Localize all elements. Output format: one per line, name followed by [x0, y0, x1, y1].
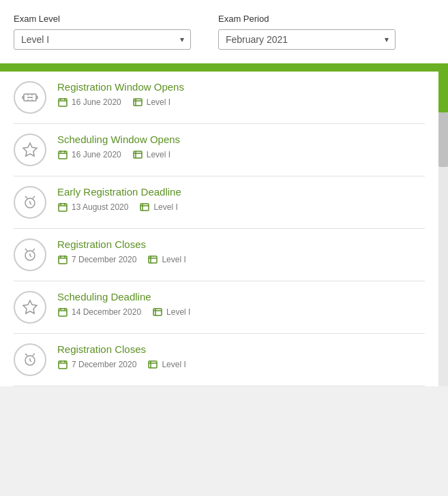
event-details: Registration Window Opens 16 June 2020: [57, 81, 425, 108]
svg-rect-32: [59, 256, 67, 264]
event-date: 14 December 2020: [72, 307, 141, 317]
event-details: Scheduling Window Opens 16 June 2020: [57, 134, 425, 160]
event-date-meta: 7 December 2020: [57, 254, 136, 265]
event-meta: 7 December 2020 Level I: [57, 359, 425, 370]
main-content: Registration Window Opens 16 June 2020: [0, 72, 448, 386]
event-level: Level I: [147, 97, 170, 107]
event-date: 13 August 2020: [72, 202, 128, 212]
event-date-meta: 16 June 2020: [57, 149, 121, 160]
svg-rect-44: [153, 309, 162, 315]
event-meta: 16 June 2020 Level I: [57, 97, 425, 108]
level-icon: [152, 307, 163, 317]
event-date: 16 June 2020: [72, 97, 121, 107]
list-item: Scheduling Window Opens 16 June 2020: [14, 124, 425, 176]
event-title: Registration Closes: [57, 238, 425, 250]
exam-period-label: Exam Period: [218, 14, 395, 24]
svg-line-29: [25, 249, 27, 251]
event-level: Level I: [162, 360, 185, 369]
calendar-icon: [57, 202, 68, 213]
event-level-meta: Level I: [132, 149, 170, 160]
scrollbar-green-top: [438, 72, 448, 112]
event-meta: 7 December 2020 Level I: [57, 254, 425, 265]
event-level-meta: Level I: [139, 202, 177, 213]
event-level: Level I: [147, 150, 170, 159]
svg-marker-39: [23, 300, 37, 313]
event-date: 7 December 2020: [72, 360, 136, 369]
exam-level-filter: Exam Level Level I Level II Level III: [14, 14, 191, 50]
event-date: 16 June 2020: [72, 150, 121, 159]
star-icon: [22, 142, 38, 158]
svg-rect-10: [59, 151, 67, 159]
event-level: Level I: [153, 202, 177, 212]
level-icon: [147, 359, 158, 370]
event-icon-circle: [14, 343, 46, 376]
list-item: Early Registration Deadline 13 August 20…: [14, 176, 425, 229]
svg-marker-9: [23, 143, 37, 156]
svg-rect-55: [149, 361, 157, 368]
event-date: 7 December 2020: [72, 255, 136, 264]
calendar-icon: [57, 254, 68, 265]
event-details: Registration Closes 7 December 2020: [57, 343, 425, 370]
level-icon: [139, 202, 150, 213]
event-details: Scheduling Deadline 14 December 2020: [57, 291, 425, 317]
exam-period-filter: Exam Period February 2021 May 2021 Augus…: [218, 14, 395, 50]
svg-rect-2: [59, 99, 67, 106]
event-meta: 14 December 2020 Level I: [57, 307, 425, 317]
calendar-icon: [57, 307, 68, 317]
level-icon: [147, 254, 158, 265]
svg-line-19: [33, 196, 35, 198]
event-title: Registration Closes: [57, 343, 425, 355]
event-title: Early Registration Deadline: [57, 186, 425, 198]
event-icon-circle: [14, 291, 46, 324]
exam-period-select[interactable]: February 2021 May 2021 August 2021 Novem…: [218, 29, 395, 50]
event-details: Early Registration Deadline 13 August 20…: [57, 186, 425, 213]
alarm-icon: [22, 194, 38, 211]
exam-level-select-wrapper: Level I Level II Level III: [14, 29, 191, 50]
event-date-meta: 13 August 2020: [57, 202, 128, 213]
calendar-icon: [57, 149, 68, 160]
event-icon-circle: [14, 134, 46, 166]
alarm-icon: [22, 352, 38, 368]
svg-line-49: [33, 354, 35, 356]
top-section: Exam Level Level I Level II Level III Ex…: [0, 0, 448, 63]
list-container: Registration Window Opens 16 June 2020: [0, 72, 448, 386]
green-bar: [0, 63, 448, 72]
event-level: Level I: [166, 307, 190, 317]
event-details: Registration Closes 7 December 2020: [57, 238, 425, 265]
event-icon-circle: [14, 186, 46, 219]
list-item: Scheduling Deadline 14 December 2020: [14, 281, 425, 334]
svg-line-18: [25, 196, 27, 198]
event-date-meta: 7 December 2020: [57, 359, 136, 370]
ticket-icon: [22, 89, 38, 106]
event-icon-circle: [14, 81, 46, 114]
exam-period-select-wrapper: February 2021 May 2021 August 2021 Novem…: [218, 29, 395, 50]
star-icon: [22, 299, 38, 315]
list-item: Registration Window Opens 16 June 2020: [14, 72, 425, 124]
event-list: Registration Window Opens 16 June 2020: [0, 72, 438, 386]
svg-rect-51: [59, 361, 67, 369]
list-item: Registration Closes 7 December 2020: [14, 334, 425, 386]
event-level-meta: Level I: [132, 97, 170, 108]
event-level-meta: Level I: [147, 254, 185, 265]
exam-level-select[interactable]: Level I Level II Level III: [14, 29, 191, 50]
level-icon: [132, 97, 143, 108]
event-level-meta: Level I: [152, 307, 190, 317]
svg-line-48: [25, 354, 27, 356]
svg-line-30: [33, 249, 35, 251]
scrollbar-thumb[interactable]: [438, 112, 448, 167]
svg-rect-6: [134, 99, 142, 106]
list-item: Registration Closes 7 December 2020: [14, 229, 425, 281]
event-level: Level I: [162, 255, 185, 264]
event-meta: 16 June 2020 Level I: [57, 149, 425, 160]
scrollbar-container[interactable]: [438, 72, 448, 386]
event-date-meta: 16 June 2020: [57, 97, 121, 108]
event-title: Scheduling Deadline: [57, 291, 425, 303]
event-meta: 13 August 2020 Level I: [57, 202, 425, 213]
calendar-icon: [57, 359, 68, 370]
calendar-icon: [57, 97, 68, 108]
exam-level-label: Exam Level: [14, 14, 191, 24]
event-title: Registration Window Opens: [57, 81, 425, 93]
svg-rect-14: [134, 151, 142, 158]
alarm-icon: [22, 247, 38, 263]
svg-rect-40: [59, 309, 67, 316]
